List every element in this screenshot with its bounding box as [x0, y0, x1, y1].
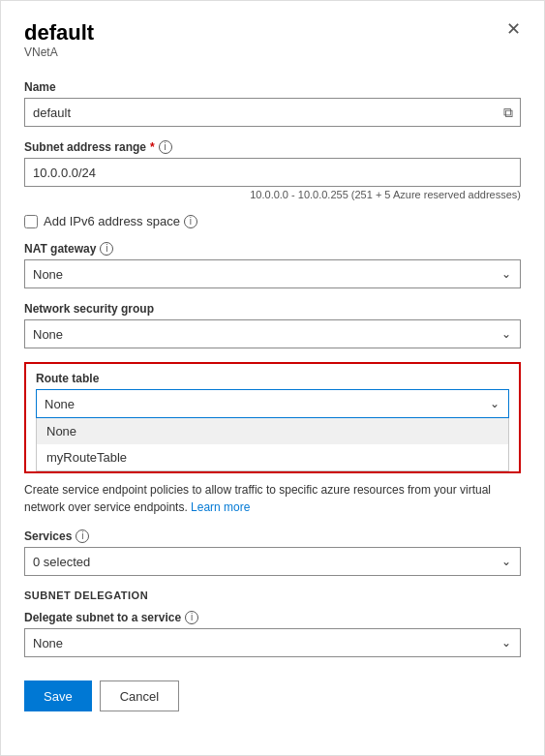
nsg-select-wrapper: None ⌄ [24, 319, 521, 348]
delegate-subnet-label: Delegate subnet to a service i [24, 611, 521, 624]
name-input-wrapper: ⧉ [24, 98, 521, 127]
nat-gateway-select-wrapper: None ⌄ [24, 259, 521, 288]
delegate-subnet-info-icon[interactable]: i [185, 611, 198, 624]
nat-gateway-select[interactable]: None [24, 259, 521, 288]
route-table-option-myroute[interactable]: myRouteTable [37, 444, 508, 470]
required-marker: * [150, 140, 155, 154]
learn-more-link[interactable]: Learn more [191, 500, 250, 514]
panel-title-group: default VNetA [24, 20, 94, 76]
ipv6-checkbox[interactable] [24, 215, 38, 228]
action-buttons: Save Cancel [24, 680, 521, 711]
ipv6-info-icon[interactable]: i [184, 215, 197, 228]
service-endpoint-description: Create service endpoint policies to allo… [24, 481, 521, 516]
delegate-select[interactable]: None [24, 628, 521, 657]
ipv6-checkbox-row: Add IPv6 address space i [24, 214, 521, 228]
services-select-wrapper: 0 selected ⌄ [24, 547, 521, 576]
name-input[interactable] [24, 98, 521, 127]
subnet-address-input[interactable] [24, 158, 521, 187]
route-table-option-none[interactable]: None [37, 418, 508, 444]
subnet-address-label: Subnet address range * i [24, 140, 521, 154]
services-group: Services i 0 selected ⌄ [24, 529, 521, 576]
route-table-dropdown: None myRouteTable [36, 418, 509, 471]
route-table-select-wrapper: None ⌄ [36, 389, 509, 418]
save-button[interactable]: Save [24, 680, 92, 711]
cancel-button[interactable]: Cancel [100, 680, 179, 711]
edit-subnet-panel: default VNetA ✕ Name ⧉ Subnet address ra… [0, 0, 545, 756]
route-table-section: Route table None ⌄ None myRouteTable [24, 362, 521, 473]
subnet-delegation-section: SUBNET DELEGATION Delegate subnet to a s… [24, 590, 521, 657]
panel-header: default VNetA ✕ [24, 20, 521, 76]
nsg-group: Network security group None ⌄ [24, 302, 521, 348]
name-field-group: Name ⧉ [24, 80, 521, 127]
services-label: Services i [24, 529, 521, 543]
nat-gateway-label: NAT gateway i [24, 242, 521, 256]
close-button[interactable]: ✕ [506, 20, 521, 38]
subnet-address-group: Subnet address range * i 10.0.0.0 - 10.0… [24, 140, 521, 200]
panel-title: default [24, 20, 94, 45]
nat-gateway-info-icon[interactable]: i [100, 242, 113, 256]
ipv6-checkbox-label: Add IPv6 address space i [44, 214, 197, 228]
services-select[interactable]: 0 selected [24, 547, 521, 576]
nsg-label: Network security group [24, 302, 521, 316]
subnet-address-info-icon[interactable]: i [159, 140, 172, 154]
subnet-delegation-heading: SUBNET DELEGATION [24, 590, 521, 601]
route-table-label: Route table [36, 372, 509, 385]
nsg-select[interactable]: None [24, 319, 521, 348]
nat-gateway-group: NAT gateway i None ⌄ [24, 242, 521, 288]
subnet-address-hint: 10.0.0.0 - 10.0.0.255 (251 + 5 Azure res… [24, 189, 521, 200]
services-info-icon[interactable]: i [76, 529, 89, 543]
route-table-select[interactable]: None [36, 389, 509, 418]
close-icon: ✕ [506, 19, 521, 39]
name-label: Name [24, 80, 521, 94]
panel-subtitle: VNetA [24, 45, 94, 59]
delegate-select-wrapper: None ⌄ [24, 628, 521, 657]
copy-icon[interactable]: ⧉ [503, 105, 513, 121]
